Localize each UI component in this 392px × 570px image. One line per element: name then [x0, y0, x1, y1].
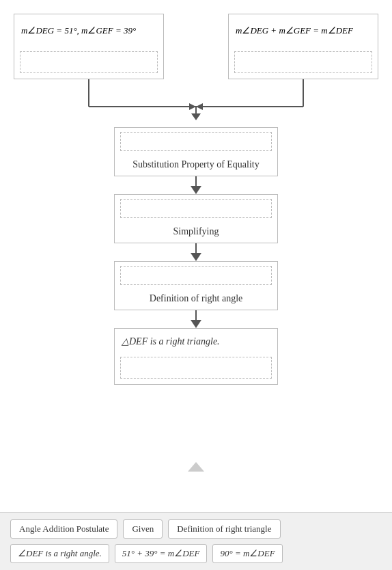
- given-dashed-right: [234, 51, 372, 73]
- math-item-2[interactable]: 51° + 39° = m∠DEF: [115, 544, 208, 563]
- given-label-left: m∠DEG = 51°, m∠GEF = 39°: [14, 14, 163, 47]
- flow-dashed-substitution: [120, 132, 272, 151]
- flow-box-conclusion: △DEF is a right triangle.: [114, 328, 278, 385]
- flow-box-substitution: Substitution Property of Equality: [114, 127, 278, 176]
- svg-marker-7: [191, 113, 201, 120]
- arrow-3: [191, 310, 201, 328]
- given-box-right: m∠DEG + m∠GEF = m∠DEF: [228, 14, 378, 79]
- given-label-right: m∠DEG + m∠GEF = m∠DEF: [229, 14, 378, 47]
- given-box-left: m∠DEG = 51°, m∠GEF = 39°: [14, 14, 164, 79]
- math-item-3[interactable]: 90° = m∠DEF: [212, 544, 282, 563]
- svg-marker-2: [189, 103, 196, 110]
- given-btn[interactable]: Given: [123, 519, 163, 539]
- flow-dashed-right-angle: [120, 266, 272, 285]
- angle-addition-btn[interactable]: Angle Addition Postulate: [10, 519, 117, 539]
- flow-box-right-angle: Definition of right angle: [114, 261, 278, 310]
- flow-dashed-simplifying: [120, 199, 272, 218]
- toolbar-row-1: Angle Addition Postulate Given Definitio…: [10, 519, 382, 539]
- main-area: m∠DEG = 51°, m∠GEF = 39° m∠DEG + m∠GEF =…: [0, 0, 392, 472]
- arrow-2: [191, 243, 201, 261]
- flow-label-substitution: Substitution Property of Equality: [115, 155, 277, 176]
- top-boxes: m∠DEG = 51°, m∠GEF = 39° m∠DEG + m∠GEF =…: [14, 14, 378, 79]
- right-triangle-def-btn[interactable]: Definition of right triangle: [168, 519, 280, 539]
- flow-label-simplifying: Simplifying: [115, 222, 277, 243]
- flow-box-simplifying: Simplifying: [114, 194, 278, 243]
- flow-container: Substitution Property of Equality Simpli…: [14, 127, 378, 385]
- bottom-toolbar: Angle Addition Postulate Given Definitio…: [0, 512, 392, 570]
- given-dashed-left: [20, 51, 158, 73]
- arrow-1: [191, 176, 201, 194]
- toolbar-row-2: ∠DEF is a right angle. 51° + 39° = m∠DEF…: [10, 544, 382, 563]
- flow-label-right-angle: Definition of right angle: [115, 289, 277, 310]
- triangle-hint: [188, 462, 204, 472]
- flow-dashed-conclusion: [120, 357, 272, 379]
- svg-marker-5: [196, 103, 203, 110]
- math-item-1[interactable]: ∠DEF is a right angle.: [10, 544, 109, 563]
- flow-label-conclusion: △DEF is a right triangle.: [115, 329, 277, 353]
- top-connectors-svg: [14, 79, 378, 127]
